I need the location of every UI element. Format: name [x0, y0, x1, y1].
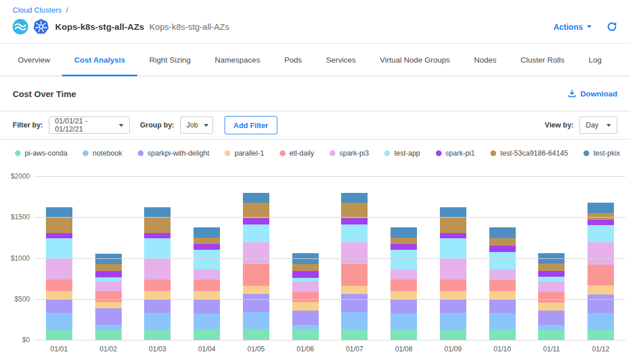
- bar-segment-spark-pi3[interactable]: [243, 242, 269, 264]
- bar-segment-pi-aws-conda[interactable]: [538, 330, 565, 340]
- view-by-dropdown[interactable]: Day: [579, 117, 617, 134]
- bar-01-01[interactable]: [46, 207, 72, 340]
- bar-segment-notebook[interactable]: [391, 313, 417, 330]
- bar-segment-spark-pi3[interactable]: [292, 281, 319, 292]
- bar-01-11[interactable]: [538, 253, 565, 340]
- bar-segment-test-53ca9186-64145[interactable]: [194, 238, 220, 244]
- bar-segment-test-pkix[interactable]: [194, 227, 220, 238]
- bar-segment-notebook[interactable]: [194, 313, 220, 330]
- bar-segment-sparkpi-with-delight[interactable]: [391, 300, 417, 313]
- bar-segment-etl-daily[interactable]: [440, 280, 466, 291]
- bar-segment-sparkpi-with-delight[interactable]: [292, 311, 319, 324]
- bar-segment-notebook[interactable]: [489, 313, 516, 330]
- bar-segment-spark-pi3[interactable]: [538, 281, 565, 292]
- bar-segment-etl-daily[interactable]: [341, 264, 368, 286]
- bar-segment-sparkpi-with-delight[interactable]: [489, 300, 516, 313]
- bar-segment-test-app[interactable]: [95, 277, 122, 281]
- bar-segment-parallel-1[interactable]: [243, 286, 269, 294]
- bar-segment-spark-pi3[interactable]: [391, 270, 417, 280]
- legend-item-etl-daily[interactable]: etl-daily: [280, 149, 314, 157]
- tab-services[interactable]: Services: [314, 44, 368, 76]
- bar-segment-test-53ca9186-64145[interactable]: [95, 264, 122, 272]
- bar-segment-spark-pi1[interactable]: [95, 271, 122, 277]
- bar-segment-notebook[interactable]: [440, 313, 466, 330]
- bar-01-09[interactable]: [440, 207, 466, 340]
- bar-segment-etl-daily[interactable]: [95, 291, 122, 302]
- bar-segment-test-pkix[interactable]: [588, 203, 614, 214]
- tab-right-sizing[interactable]: Right Sizing: [137, 44, 203, 76]
- bar-segment-pi-aws-conda[interactable]: [243, 329, 269, 340]
- bar-segment-spark-pi1[interactable]: [46, 233, 72, 238]
- bar-segment-pi-aws-conda[interactable]: [341, 329, 368, 340]
- bar-segment-spark-pi3[interactable]: [489, 269, 516, 280]
- legend-item-test-app[interactable]: test-app: [384, 149, 420, 157]
- bar-segment-sparkpi-with-delight[interactable]: [46, 299, 72, 313]
- bar-segment-test-app[interactable]: [538, 277, 565, 281]
- bar-segment-notebook[interactable]: [588, 313, 614, 330]
- tab-overview[interactable]: Overview: [6, 44, 62, 76]
- bar-segment-test-pkix[interactable]: [440, 207, 466, 218]
- bar-segment-notebook[interactable]: [341, 312, 368, 329]
- bar-segment-sparkpi-with-delight[interactable]: [588, 295, 614, 313]
- bar-segment-test-53ca9186-64145[interactable]: [292, 264, 319, 272]
- group-by-dropdown[interactable]: Job: [180, 117, 213, 134]
- bar-segment-test-app[interactable]: [144, 238, 171, 258]
- bar-segment-parallel-1[interactable]: [46, 291, 72, 299]
- tab-nodes[interactable]: Nodes: [462, 44, 509, 76]
- legend-item-test-pkix[interactable]: test-pkix: [583, 149, 620, 157]
- bar-segment-spark-pi3[interactable]: [46, 258, 72, 280]
- bar-segment-pi-aws-conda[interactable]: [588, 330, 614, 340]
- bar-segment-test-pkix[interactable]: [341, 193, 368, 203]
- bar-segment-etl-daily[interactable]: [194, 280, 220, 291]
- bar-segment-spark-pi3[interactable]: [341, 242, 368, 264]
- legend-item-parallel-1[interactable]: parallel-1: [225, 149, 264, 157]
- bar-01-07[interactable]: [341, 193, 368, 340]
- bar-segment-test-app[interactable]: [489, 252, 516, 270]
- bar-segment-test-pkix[interactable]: [243, 193, 269, 203]
- tab-pods[interactable]: Pods: [272, 44, 314, 76]
- bar-segment-pi-aws-conda[interactable]: [194, 329, 220, 340]
- bar-segment-parallel-1[interactable]: [341, 286, 368, 294]
- bar-segment-test-app[interactable]: [46, 238, 72, 258]
- legend-item-spark-pi3[interactable]: spark-pi3: [330, 149, 369, 157]
- bar-segment-etl-daily[interactable]: [489, 280, 516, 291]
- bar-segment-sparkpi-with-delight[interactable]: [538, 311, 565, 325]
- legend-item-spark-pi1[interactable]: spark-pi1: [436, 149, 475, 157]
- bar-segment-sparkpi-with-delight[interactable]: [440, 299, 466, 313]
- bar-segment-test-53ca9186-64145[interactable]: [588, 213, 614, 219]
- bar-segment-etl-daily[interactable]: [292, 292, 319, 303]
- bar-segment-spark-pi1[interactable]: [538, 271, 565, 277]
- bar-01-04[interactable]: [194, 227, 220, 340]
- bar-segment-spark-pi3[interactable]: [440, 258, 466, 280]
- bar-segment-test-53ca9186-64145[interactable]: [391, 238, 417, 244]
- bar-segment-parallel-1[interactable]: [538, 303, 565, 311]
- bar-01-10[interactable]: [489, 227, 516, 340]
- bar-segment-etl-daily[interactable]: [538, 292, 565, 303]
- bar-segment-spark-pi3[interactable]: [588, 242, 614, 265]
- tab-virtual-node-groups[interactable]: Virtual Node Groups: [368, 44, 462, 76]
- bar-segment-notebook[interactable]: [46, 313, 72, 330]
- bar-segment-parallel-1[interactable]: [440, 291, 466, 299]
- bar-01-02[interactable]: [95, 254, 122, 340]
- bar-segment-parallel-1[interactable]: [588, 285, 614, 295]
- legend-item-sparkpi-with-delight[interactable]: sparkpi-with-delight: [138, 149, 210, 157]
- bar-segment-test-pkix[interactable]: [489, 227, 516, 238]
- bar-segment-test-53ca9186-64145[interactable]: [46, 217, 72, 233]
- bar-segment-notebook[interactable]: [95, 325, 122, 330]
- bar-segment-spark-pi1[interactable]: [194, 244, 220, 250]
- bar-segment-parallel-1[interactable]: [292, 302, 319, 311]
- tab-namespaces[interactable]: Namespaces: [203, 44, 272, 76]
- bar-segment-pi-aws-conda[interactable]: [144, 330, 171, 340]
- bar-01-05[interactable]: [243, 193, 269, 340]
- bar-segment-etl-daily[interactable]: [588, 265, 614, 285]
- bar-segment-pi-aws-conda[interactable]: [489, 329, 516, 340]
- tab-log[interactable]: Log: [577, 44, 614, 76]
- bar-segment-test-pkix[interactable]: [391, 227, 417, 238]
- bar-segment-test-app[interactable]: [194, 250, 220, 269]
- bar-01-06[interactable]: [292, 253, 319, 340]
- bar-segment-pi-aws-conda[interactable]: [440, 330, 466, 340]
- bar-segment-spark-pi1[interactable]: [243, 218, 269, 224]
- bar-segment-etl-daily[interactable]: [243, 264, 269, 286]
- bar-segment-test-app[interactable]: [341, 224, 368, 242]
- bar-segment-notebook[interactable]: [292, 325, 319, 330]
